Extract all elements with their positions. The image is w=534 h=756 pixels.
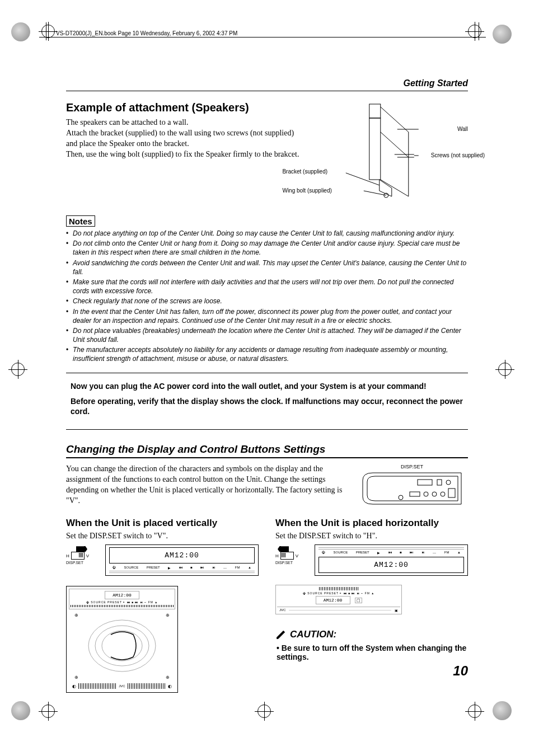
crop-line <box>39 37 486 37</box>
rule <box>66 91 468 91</box>
list-item: Avoid sandwiching the cords between the … <box>66 259 468 276</box>
svg-rect-13 <box>418 480 432 485</box>
attachment-section: Example of attachment (Speakers) The spe… <box>66 101 468 203</box>
speaker-wall-diagram <box>310 101 468 202</box>
svg-point-17 <box>441 492 445 496</box>
registration-mark <box>41 25 55 40</box>
horizontal-unit-drawing: ⏻ SOURCE PRESET ▶ ⏮ ■ ⏭ ⏯ ⋯ FM ▲ AM12:00… <box>275 585 402 614</box>
svg-rect-19 <box>437 480 442 485</box>
list-item: Do not place anything on top of the Cent… <box>66 229 468 238</box>
registration-mark <box>257 705 271 720</box>
arrow-left-icon <box>278 546 289 552</box>
attachment-p2: Attach the bracket (supplied) to the wal… <box>66 128 299 149</box>
page: VS-DT2000(J)_EN.book Page 10 Wednesday, … <box>0 0 534 756</box>
list-item: The manufacturer accepts absolutely no l… <box>66 345 468 363</box>
dispset-switch <box>280 552 294 560</box>
registration-mark <box>11 363 25 378</box>
label-wall: Wall <box>457 126 468 132</box>
heading-vertical: When the Unit is placed vertically <box>66 518 259 529</box>
registration-mark <box>493 701 512 722</box>
notes-list: Do not place anything on top of the Cent… <box>66 229 468 364</box>
cd-slot-icon <box>69 618 175 674</box>
label-screws: Screws (not supplied) <box>431 152 485 158</box>
registration-mark <box>41 705 55 720</box>
vertical-column: When the Unit is placed vertically Set t… <box>66 518 259 693</box>
notes-label: Notes <box>66 215 95 227</box>
framemaker-header: VS-DT2000(J)_EN.book Page 10 Wednesday, … <box>56 30 237 36</box>
horizontal-figure: H V DISP.SET ⏻SOURCEPRESET▶⏮■⏭⏯⋯ <box>275 546 468 614</box>
svg-line-3 <box>381 132 409 157</box>
svg-line-2 <box>381 107 409 132</box>
attachment-figure: Wall Screws (not supplied) Bracket (supp… <box>310 101 468 203</box>
svg-point-20 <box>446 480 451 485</box>
caution-heading: CAUTION: <box>275 629 336 640</box>
attachment-text: Example of attachment (Speakers) The spe… <box>66 101 299 203</box>
orientation-columns: When the Unit is placed vertically Set t… <box>66 518 468 693</box>
display-intro-row: You can change the direction of the char… <box>66 464 468 506</box>
heading-horizontal: When the Unit is placed horizontally <box>275 518 468 529</box>
svg-rect-1 <box>369 118 381 180</box>
dispset-switch <box>71 552 85 560</box>
vertical-text: Set the DISP.SET switch to "V". <box>66 531 259 542</box>
list-item: Make sure that the cords will not interf… <box>66 278 468 295</box>
svg-point-16 <box>432 492 437 496</box>
divider <box>66 429 468 430</box>
registration-mark <box>11 701 30 722</box>
svg-point-22 <box>88 620 156 672</box>
unit-display: AM12:00 <box>109 547 255 564</box>
caution-label: CAUTION: <box>290 629 336 640</box>
svg-rect-18 <box>448 489 455 497</box>
heading-display-settings: Changing the Display and Control Buttons… <box>66 443 468 458</box>
dispset-caption: DISP.SET <box>356 464 468 469</box>
now-p1: Now you can plug the AC power cord into … <box>71 381 463 392</box>
list-item: In the event that the Center Unit has fa… <box>66 307 468 325</box>
horizontal-text: Set the DISP.SET switch to "H". <box>275 531 468 542</box>
list-item: Do not climb onto the Center Unit or han… <box>66 239 468 257</box>
registration-mark <box>493 25 512 46</box>
mini-display: AM12:00 <box>105 591 139 599</box>
page-number: 10 <box>453 663 468 679</box>
attachment-p1: The speakers can be attached to a wall. <box>66 118 299 128</box>
crop-line <box>46 22 46 40</box>
divider <box>66 373 468 373</box>
svg-line-11 <box>346 173 380 185</box>
svg-point-15 <box>424 492 428 496</box>
display-intro-text: You can change the direction of the char… <box>66 464 345 506</box>
list-item: Do not place valuables (breakables) unde… <box>66 326 468 344</box>
heading-attachment: Example of attachment (Speakers) <box>66 101 299 114</box>
crop-line <box>479 22 479 40</box>
svg-rect-14 <box>410 492 420 496</box>
label-wingbolt: Wing bolt (supplied) <box>282 187 331 194</box>
unit-display: AM12:00 <box>318 557 464 573</box>
registration-mark <box>468 25 481 40</box>
running-title: Getting Started <box>66 78 468 88</box>
svg-line-12 <box>364 191 386 195</box>
registration-mark <box>468 705 481 720</box>
svg-rect-0 <box>369 104 381 118</box>
vertical-figure: H V DISP.SET AM12:00 ⏻SOURCEPRESET▶⏮■⏭⏯⋯… <box>66 546 259 693</box>
arrow-right-icon <box>76 546 87 552</box>
svg-point-21 <box>399 495 403 500</box>
mini-display: AM12:00 <box>316 596 350 604</box>
attachment-p3: Then, use the wing bolt (supplied) to fi… <box>66 149 299 160</box>
horizontal-column: When the Unit is placed horizontally Set… <box>275 518 468 693</box>
list-item: Check regularly that none of the screws … <box>66 297 468 306</box>
registration-mark <box>498 363 512 378</box>
content-area: Getting Started Example of attachment (S… <box>66 78 468 693</box>
now-p2: Before operating, verify that the displa… <box>71 396 463 417</box>
registration-mark <box>11 22 30 44</box>
now-box: Now you can plug the AC power cord into … <box>66 379 468 424</box>
caution-block: CAUTION: • Be sure to turn off the Syste… <box>275 629 468 661</box>
label-bracket: Bracket (supplied) <box>282 168 327 175</box>
dispset-figure: DISP.SET <box>356 464 468 506</box>
pencil-icon <box>275 629 287 640</box>
unit-top-diagram <box>362 472 462 505</box>
vertical-unit-drawing: AM12:00 ⏻ SOURCE PRESET ▶ ⏮ ■ ⏭ ⏯ ⋯ FM ▲… <box>66 586 178 693</box>
caution-body: • Be sure to turn off the System when ch… <box>275 644 468 661</box>
